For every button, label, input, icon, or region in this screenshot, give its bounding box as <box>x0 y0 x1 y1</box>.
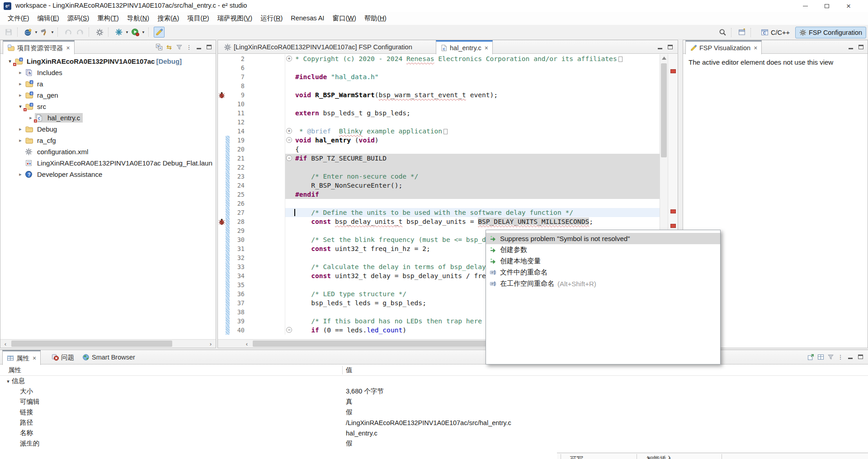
tree-expand-icon[interactable]: ▸ <box>16 126 24 132</box>
maximize-view-button[interactable] <box>856 42 866 52</box>
code-line-20[interactable]: 20{ <box>218 145 678 154</box>
property-row-可编辑[interactable]: 可编辑真 <box>0 397 868 407</box>
code-line-19[interactable]: 19−void hal_entry (void) <box>218 136 678 145</box>
error-marker[interactable] <box>670 209 676 213</box>
gear-button[interactable] <box>94 27 105 38</box>
code-line-content[interactable]: #endif <box>285 190 678 199</box>
property-row-链接[interactable]: 链接假 <box>0 407 868 417</box>
code-line-content[interactable]: /* Enter non-secure code */ <box>285 172 678 181</box>
property-row-派生的[interactable]: 派生的假 <box>0 438 868 449</box>
quickfix-item-2[interactable]: 创建本地变量 <box>486 256 720 267</box>
property-row-大小[interactable]: 大小3,680 个字节 <box>0 386 868 397</box>
tree-item-ra_cfg[interactable]: ▸ra_cfg <box>0 135 216 146</box>
open-view-button[interactable] <box>806 352 816 362</box>
code-line-content[interactable] <box>285 163 678 172</box>
code-line-11[interactable]: 11extern bsp_leds_t g_bsp_leds; <box>218 109 678 118</box>
code-line-22[interactable]: 22 <box>218 163 678 172</box>
perspective-cpp-button[interactable]: C C/C++ <box>757 27 793 38</box>
tree-item-Includes[interactable]: ▸hIncludes <box>0 67 216 78</box>
menu-帮助[interactable]: 帮助(H) <box>360 12 391 24</box>
code-line-26[interactable]: 26 <box>218 199 678 208</box>
code-line-2[interactable]: 2+* Copyright (c) 2020 - 2024 Renesas El… <box>218 54 678 63</box>
code-line-25[interactable]: 25#endif <box>218 190 678 199</box>
code-line-27[interactable]: 27 /* Define the units to be used with t… <box>218 208 678 217</box>
menu-源码[interactable]: 源码(S) <box>63 12 93 24</box>
menu-编辑[interactable]: 编辑(E) <box>33 12 63 24</box>
layout-button[interactable] <box>816 352 826 362</box>
close-icon[interactable]: × <box>485 44 488 52</box>
code-line-21[interactable]: 21−#if BSP_TZ_SECURE_BUILD <box>218 154 678 163</box>
save-button[interactable] <box>3 27 14 38</box>
tree-item-ra_gen[interactable]: ▸Cra_gen <box>0 90 216 101</box>
property-row-信息[interactable]: ▾信息 <box>0 376 868 386</box>
property-row-路径[interactable]: 路径/LingXinRAEcoRA0E132PINV1A0E107ac/src/… <box>0 417 868 428</box>
tree-expand-icon[interactable]: ▸ <box>16 171 24 177</box>
menu-运行[interactable]: 运行(R) <box>256 12 287 24</box>
maximize-view-button[interactable] <box>204 42 214 52</box>
scrollbar-thumb[interactable] <box>11 341 172 347</box>
minimize-view-button[interactable] <box>845 352 855 362</box>
search-button[interactable] <box>717 27 728 38</box>
close-icon[interactable]: × <box>66 44 70 52</box>
tree-item-hal_entry.c[interactable]: ▸c×hal_entry.c <box>0 112 216 123</box>
tab-LingXinRAEcoRA0E132P[interactable]: [LingXinRAEcoRA0E132PINV1A0E107ac] FSP C… <box>220 40 416 54</box>
tree-item-Developer[interactable]: ▸?Developer Assistance <box>0 169 216 180</box>
tree-expand-icon[interactable]: ▸ <box>16 70 24 76</box>
open-perspective-button[interactable] <box>736 27 747 38</box>
new-wizard-button[interactable] <box>23 27 33 38</box>
tab-fsp-visualization[interactable]: FSP Visualization × <box>685 40 762 54</box>
code-line-content[interactable]: +* Copyright (c) 2020 - 2024 Renesas Ele… <box>285 54 678 63</box>
perspective-fsp-button[interactable]: FSP Configuration <box>795 27 866 38</box>
code-line-content[interactable] <box>285 63 678 72</box>
tree-expand-icon[interactable]: ▸ <box>16 81 24 87</box>
code-line-content[interactable] <box>285 199 678 208</box>
code-line-content[interactable]: void R_BSP_WarmStart(bsp_warm_start_even… <box>285 90 678 99</box>
code-line-content[interactable]: R_BSP_NonSecureEnter(); <box>285 181 678 190</box>
build-button[interactable] <box>39 27 50 38</box>
menu-窗口[interactable]: 窗口(W) <box>328 12 360 24</box>
code-line-content[interactable] <box>285 118 678 127</box>
menu-重构[interactable]: 重构(T) <box>93 12 123 24</box>
error-marker[interactable] <box>670 224 676 228</box>
code-line-content[interactable]: const bsp_delay_units_t bsp_delay_units … <box>285 217 678 226</box>
code-line-content[interactable]: /* Define the units to be used with the … <box>285 208 678 217</box>
code-line-10[interactable]: 10 <box>218 99 678 109</box>
window-maximize-button[interactable] <box>816 0 837 12</box>
undo-button[interactable] <box>63 27 74 38</box>
menu-项目[interactable]: 项目(P) <box>183 12 213 24</box>
scroll-right-icon[interactable]: › <box>207 340 215 348</box>
tree-item-ra[interactable]: ▸Cra <box>0 78 216 90</box>
quickfix-item-0[interactable]: Suppress problem "Symbol is not resolved… <box>486 233 720 244</box>
minimize-view-button[interactable] <box>655 42 665 52</box>
code-line-7[interactable]: 7#include "hal_data.h" <box>218 72 678 81</box>
code-line-9[interactable]: 9void R_BSP_WarmStart(bsp_warm_start_eve… <box>218 90 678 99</box>
filter-button[interactable] <box>826 352 835 362</box>
code-line-content[interactable] <box>285 99 678 109</box>
quickfix-item-1[interactable]: 创建参数 <box>486 244 720 256</box>
collapse-all-button[interactable] <box>154 42 164 52</box>
smart-configurator-button[interactable] <box>154 27 165 38</box>
tab-Smart-Browser[interactable]: Smart Browser <box>78 350 139 364</box>
code-line-content[interactable] <box>285 81 678 90</box>
chevron-down-icon[interactable]: ▾ <box>5 379 12 384</box>
menu-导航[interactable]: 导航(N) <box>123 12 153 24</box>
window-close-button[interactable]: × <box>838 0 859 12</box>
code-line-content[interactable]: { <box>285 145 678 154</box>
tree-expand-icon[interactable]: ▸ <box>16 92 24 98</box>
fold-collapse-icon[interactable]: − <box>286 155 292 161</box>
tab-问题[interactable]: 问题 <box>47 350 78 364</box>
tree-item-LingXinRAEcoRA0E132PINV1A0E107ac[interactable]: LingXinRAEcoRA0E132PINV1A0E107ac Debug_F… <box>0 157 216 169</box>
code-line-content[interactable]: #include "hal_data.h" <box>285 72 678 81</box>
menu-Renesas AI[interactable]: Renesas AI <box>287 13 328 24</box>
scroll-left-icon[interactable]: ‹ <box>243 340 251 348</box>
code-line-content[interactable]: extern bsp_leds_t g_bsp_leds; <box>285 109 678 118</box>
scroll-left-icon[interactable]: ‹ <box>1 340 9 348</box>
quickfix-item-4[interactable]: 在工作空间重命名(Alt+Shift+R) <box>486 278 720 289</box>
fold-collapse-icon[interactable]: − <box>286 327 292 333</box>
tree-item-Debug[interactable]: ▸Debug <box>0 123 216 135</box>
maximize-view-button[interactable] <box>665 42 675 52</box>
property-row-名称[interactable]: 名称hal_entry.c <box>0 428 868 438</box>
window-minimize-button[interactable] <box>795 0 816 12</box>
fold-expand-icon[interactable]: + <box>286 128 292 134</box>
code-line-12[interactable]: 12 <box>218 118 678 127</box>
